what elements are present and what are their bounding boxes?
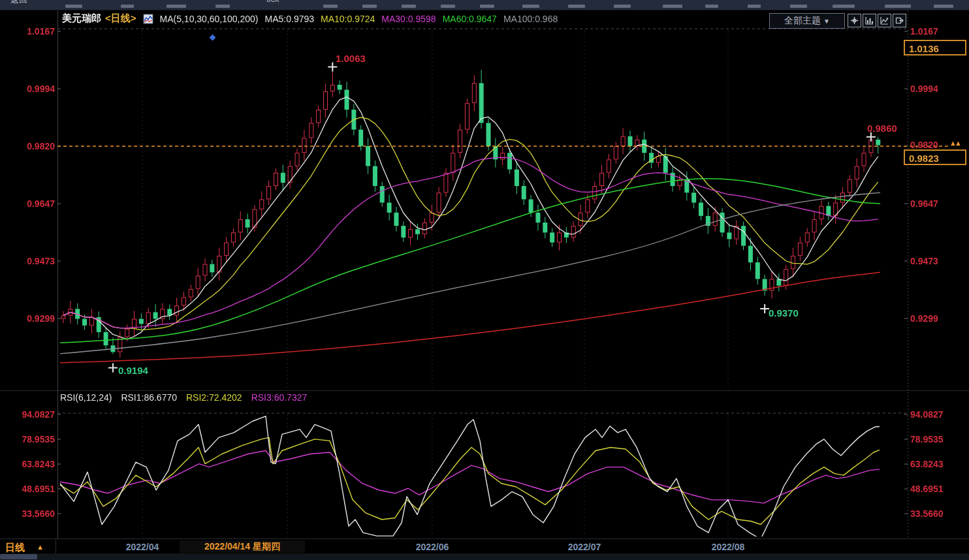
recent-high-annotation: 0.9860 (867, 123, 897, 134)
last-price-tag: 0.9823 (904, 149, 966, 165)
rsi-legend: RSI(6,12,24) RSI1:86.6770 RSI2:72.4202 R… (60, 392, 307, 403)
export-window-button[interactable] (893, 14, 906, 27)
price-axis-label: 0.9473 (910, 256, 966, 266)
crosshair-tool-button[interactable] (848, 14, 861, 27)
toolbar-fragment[interactable] (441, 5, 455, 8)
rsi-axis-label: 94.0827 (0, 409, 55, 420)
date-tick: 2022/06 (416, 542, 449, 552)
rsi-axis-label: 63.8243 (0, 459, 55, 469)
time-axis-bar: 日线 ▲ 2022/04 2022/05 2022/06 2022/07 202… (0, 538, 969, 554)
rsi-axis-label: 33.5660 (910, 508, 966, 519)
price-axis-label: 0.9994 (910, 84, 966, 94)
toolbar-back-button[interactable]: 返回 (10, 0, 27, 6)
rsi-axis-label: 63.8243 (910, 459, 966, 469)
rsi-axis-label: 48.6951 (0, 484, 55, 494)
chart-canvas[interactable] (0, 0, 969, 560)
ma10-value: MA10:0.9724 (321, 14, 375, 24)
price-axis-label: 1.0167 (0, 26, 55, 37)
price-axis-label: 0.9994 (0, 84, 55, 94)
toolbar-fragment[interactable] (362, 5, 377, 8)
toolbar-fragment[interactable] (65, 5, 82, 8)
date-tick: 2022/04 (126, 542, 159, 552)
date-tick: 2022/07 (568, 542, 601, 552)
rsi3-value: RSI3:60.7327 (251, 392, 308, 403)
toolbar-fragment[interactable] (790, 5, 807, 8)
rsi-axis-label: 48.6951 (910, 484, 966, 494)
highest-price-annotation: 1.0063 (336, 53, 366, 64)
chevron-down-icon: ▼ (823, 18, 830, 25)
toolbar-tick-button[interactable]: tick (266, 0, 279, 4)
price-axis-label: 0.9299 (910, 313, 966, 324)
toolbar-fragment[interactable] (748, 5, 761, 8)
price-axis-label: 0.9647 (910, 198, 966, 209)
timeframe-tag: <日线> (105, 12, 136, 25)
toolbar-fragment[interactable] (522, 5, 539, 8)
toolbar-fragment[interactable] (614, 5, 631, 8)
rsi-axis-label: 78.9535 (910, 434, 966, 444)
rsi-group-label: RSI(6,12,24) (60, 392, 112, 403)
rsi-axis-label: 33.5660 (0, 508, 55, 519)
theme-selector-button[interactable]: 全部主题 ▼ (769, 13, 845, 29)
ma100-value: MA100:0.968 (503, 14, 558, 24)
price-axis-label: 0.9473 (0, 256, 55, 266)
toolbar-fragment[interactable] (885, 5, 911, 8)
chart-legend: 美元瑞郎 <日线> MA(5,10,30,60,100,200) MA5:0.9… (62, 12, 558, 25)
price-up-arrows-icon: ▲▲ (949, 139, 960, 147)
toolbar-fragment[interactable] (167, 5, 186, 8)
toolbar-fragment[interactable] (705, 5, 718, 8)
recent-low-annotation: 0.9370 (769, 307, 799, 319)
price-axis-label: 0.9647 (0, 198, 55, 209)
rsi2-value: RSI2:72.4202 (186, 392, 242, 403)
line-chart-tool-button[interactable] (878, 14, 891, 27)
trading-app-window: 返回 tick 美元瑞郎 <日线> MA(5,10,30 (0, 0, 969, 560)
toolbar-fragment[interactable] (934, 5, 953, 8)
toolbar-fragment[interactable] (568, 5, 585, 8)
toolbar-fragment[interactable] (121, 5, 134, 8)
toolbar-fragment[interactable] (663, 5, 682, 8)
price-axis-label: 0.9820 (0, 141, 55, 151)
rsi1-value: RSI1:86.6770 (121, 392, 177, 403)
price-axis-label: 0.9299 (0, 313, 55, 324)
rsi-axis-label: 78.9535 (0, 434, 55, 444)
price-axis-label: 1.0167 (910, 26, 966, 37)
timeframe-selector[interactable]: 日线 (5, 542, 25, 554)
date-tick: 2022/08 (712, 542, 745, 552)
crosshair-date-tooltip: 2022/04/14 星期四 (180, 540, 305, 553)
ma5-value: MA5:0.9793 (265, 14, 315, 24)
top-toolbar[interactable]: 返回 tick (0, 0, 969, 10)
ma30-value: MA30:0.9598 (381, 14, 436, 24)
lowest-price-annotation: 0.9194 (118, 365, 148, 376)
toolbar-fragment[interactable] (215, 5, 230, 8)
horizontal-scrollbar[interactable] (0, 553, 969, 560)
symbol-title: 美元瑞郎 (62, 12, 101, 25)
ma60-value: MA60:0.9647 (443, 14, 497, 24)
timeframe-up-arrow-icon[interactable]: ▲ (37, 543, 44, 551)
toolbar-fragment[interactable] (323, 5, 338, 8)
toolbar-fragment[interactable] (480, 5, 494, 8)
theme-selector-label: 全部主题 (784, 15, 821, 27)
rsi-axis-label: 94.0827 (910, 409, 966, 420)
divider (56, 539, 56, 554)
scrollbar-thumb[interactable] (0, 554, 37, 559)
chart-type-icon[interactable] (143, 14, 153, 24)
toolbar-fragment[interactable] (402, 5, 416, 8)
alert-price-tag: 1.0136 (904, 40, 966, 55)
ma-group-label: MA(5,10,30,60,100,200) (160, 14, 259, 24)
bar-chart-tool-button[interactable] (863, 14, 876, 27)
toolbar-fragment[interactable] (833, 5, 855, 8)
